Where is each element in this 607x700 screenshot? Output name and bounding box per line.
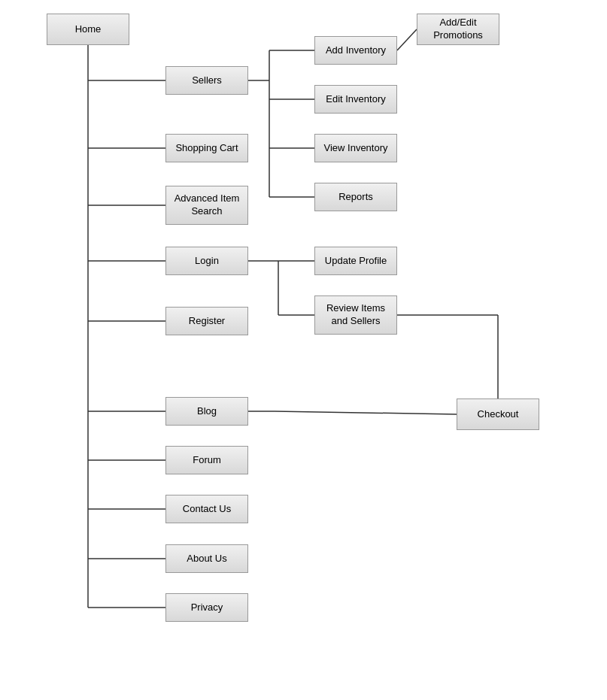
login-node[interactable]: Login [165, 247, 248, 275]
update-profile-node[interactable]: Update Profile [314, 247, 397, 275]
contact-us-node[interactable]: Contact Us [165, 495, 248, 523]
add-inventory-node[interactable]: Add Inventory [314, 36, 397, 65]
blog-node[interactable]: Blog [165, 397, 248, 426]
svg-line-26 [275, 411, 457, 414]
review-items-node[interactable]: Review Items and Sellers [314, 295, 397, 335]
diagram: Home Sellers Shopping Cart Advanced Item… [0, 0, 607, 700]
svg-line-17 [397, 29, 417, 50]
add-edit-promotions-node[interactable]: Add/Edit Promotions [417, 14, 499, 45]
reports-node[interactable]: Reports [314, 183, 397, 211]
sellers-node[interactable]: Sellers [165, 66, 248, 95]
privacy-node[interactable]: Privacy [165, 593, 248, 622]
home-node[interactable]: Home [47, 14, 129, 45]
about-us-node[interactable]: About Us [165, 544, 248, 573]
advanced-search-node[interactable]: Advanced Item Search [165, 186, 248, 225]
shopping-cart-node[interactable]: Shopping Cart [165, 134, 248, 162]
view-inventory-node[interactable]: View Inventory [314, 134, 397, 162]
edit-inventory-node[interactable]: Edit Inventory [314, 85, 397, 114]
forum-node[interactable]: Forum [165, 446, 248, 474]
checkout-node[interactable]: Checkout [457, 398, 539, 430]
register-node[interactable]: Register [165, 307, 248, 335]
